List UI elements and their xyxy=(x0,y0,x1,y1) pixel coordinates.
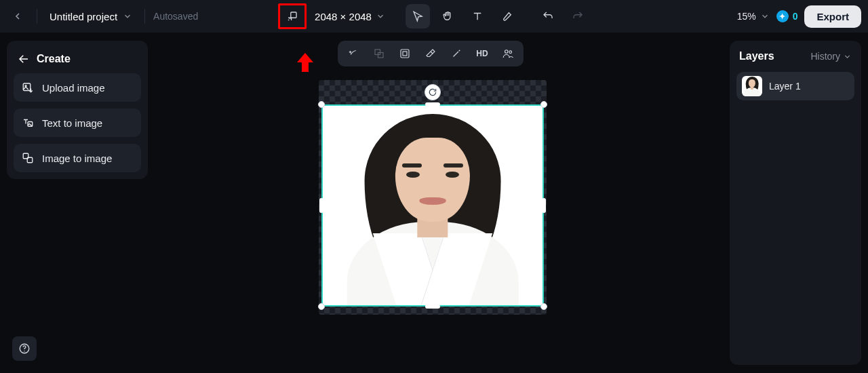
credits-icon: ✦ xyxy=(776,10,789,22)
back-arrow-icon xyxy=(18,53,30,65)
brush-icon xyxy=(501,10,513,22)
people-tool[interactable] xyxy=(496,43,519,64)
text-icon xyxy=(471,10,484,22)
layer-row[interactable]: Layer 1 xyxy=(736,72,854,100)
selection-toolbar: HD xyxy=(338,41,524,66)
hd-label: HD xyxy=(476,49,488,58)
resize-handle-left[interactable] xyxy=(319,198,323,213)
credits-badge[interactable]: ✦ 0 xyxy=(776,10,798,22)
divider xyxy=(144,9,145,24)
resize-handle-br[interactable] xyxy=(540,303,547,310)
redo-icon xyxy=(572,10,584,22)
center-toolbar: 2048 × 2048 xyxy=(278,3,590,29)
layers-panel-header: Layers History xyxy=(736,50,854,62)
history-dropdown[interactable]: History xyxy=(810,51,852,62)
chevron-down-icon xyxy=(376,12,385,21)
magic-select-icon xyxy=(347,47,359,60)
rotate-icon xyxy=(428,87,437,97)
text-to-image-button[interactable]: Text to image xyxy=(14,109,141,137)
history-label: History xyxy=(810,51,840,62)
topbar-right: 15% ✦ 0 Export xyxy=(737,5,861,28)
svg-point-13 xyxy=(509,51,512,54)
svg-rect-9 xyxy=(378,53,384,58)
crop-tool[interactable] xyxy=(368,43,391,64)
layers-panel: Layers History Layer 1 xyxy=(730,41,861,365)
zoom-dropdown[interactable]: 15% xyxy=(737,11,770,22)
svg-rect-1 xyxy=(23,83,31,91)
wand-icon xyxy=(450,47,462,60)
frame-icon xyxy=(399,47,411,60)
image-to-image-button[interactable]: Image to image xyxy=(14,144,141,172)
text-tool[interactable] xyxy=(465,4,490,28)
top-bar: Untitled project Autosaved 2048 × 2048 xyxy=(0,0,868,33)
text-to-image-icon xyxy=(22,117,34,129)
resize-handle-top[interactable] xyxy=(425,102,440,106)
help-button[interactable] xyxy=(12,336,37,361)
divider xyxy=(37,9,37,24)
selection-outline xyxy=(321,104,544,307)
eraser-tool[interactable] xyxy=(419,43,442,64)
svg-rect-8 xyxy=(375,50,380,55)
svg-rect-10 xyxy=(401,50,409,58)
rotate-handle[interactable] xyxy=(425,84,441,100)
svg-point-7 xyxy=(24,351,24,351)
select-tool[interactable] xyxy=(406,4,430,28)
resize-icon xyxy=(286,10,298,22)
upload-image-icon xyxy=(22,81,34,94)
layers-title: Layers xyxy=(739,50,774,62)
hand-tool[interactable] xyxy=(435,4,460,28)
hd-upscale-button[interactable]: HD xyxy=(471,43,494,64)
hand-icon xyxy=(441,10,454,22)
instruction-arrow-icon xyxy=(297,53,313,72)
resize-handle-bl[interactable] xyxy=(318,303,325,310)
image-to-image-icon xyxy=(22,152,34,164)
chevron-down-icon xyxy=(843,52,852,61)
people-icon xyxy=(502,47,514,60)
upload-image-label: Upload image xyxy=(42,82,105,94)
autosaved-label: Autosaved xyxy=(153,11,198,22)
help-icon xyxy=(18,342,31,355)
chevron-down-icon xyxy=(760,12,770,21)
resize-handle-tl[interactable] xyxy=(318,101,325,108)
text-to-image-label: Text to image xyxy=(42,117,102,129)
project-name-dropdown[interactable]: Untitled project xyxy=(45,8,136,25)
zoom-value: 15% xyxy=(737,11,756,22)
canvas-dimensions-dropdown[interactable]: 2048 × 2048 xyxy=(312,8,388,25)
crop-group-icon xyxy=(373,47,385,60)
undo-button[interactable] xyxy=(536,4,560,28)
magic-select-tool[interactable] xyxy=(342,43,365,64)
chevron-down-icon xyxy=(123,12,132,21)
canvas[interactable] xyxy=(319,80,547,315)
image-to-image-label: Image to image xyxy=(42,153,112,164)
layer-name: Layer 1 xyxy=(769,81,801,92)
resize-handle-right[interactable] xyxy=(542,198,546,213)
create-panel: Create Upload image Text to image Image … xyxy=(7,41,148,179)
undo-icon xyxy=(542,10,554,22)
eraser-icon xyxy=(425,47,437,60)
svg-point-12 xyxy=(505,50,509,54)
create-panel-header[interactable]: Create xyxy=(14,47,141,73)
create-title: Create xyxy=(37,53,71,65)
upload-image-button[interactable]: Upload image xyxy=(14,73,141,102)
svg-rect-11 xyxy=(403,52,407,56)
resize-canvas-button[interactable] xyxy=(283,7,301,25)
redo-button[interactable] xyxy=(566,4,590,28)
layer-thumbnail xyxy=(742,76,762,96)
brush-tool[interactable] xyxy=(495,4,519,28)
resize-handle-tr[interactable] xyxy=(540,101,547,108)
highlight-box xyxy=(278,3,307,29)
resize-handle-bottom[interactable] xyxy=(425,305,440,309)
magic-wand-tool[interactable] xyxy=(445,43,468,64)
back-button[interactable] xyxy=(7,5,28,27)
svg-rect-0 xyxy=(291,12,296,18)
credits-value: 0 xyxy=(793,11,798,22)
export-button[interactable]: Export xyxy=(804,5,861,28)
project-name: Untitled project xyxy=(50,11,117,22)
canvas-dimensions: 2048 × 2048 xyxy=(315,11,372,22)
frame-tool[interactable] xyxy=(393,43,416,64)
chevron-left-icon xyxy=(12,11,23,22)
cursor-icon xyxy=(412,10,424,22)
